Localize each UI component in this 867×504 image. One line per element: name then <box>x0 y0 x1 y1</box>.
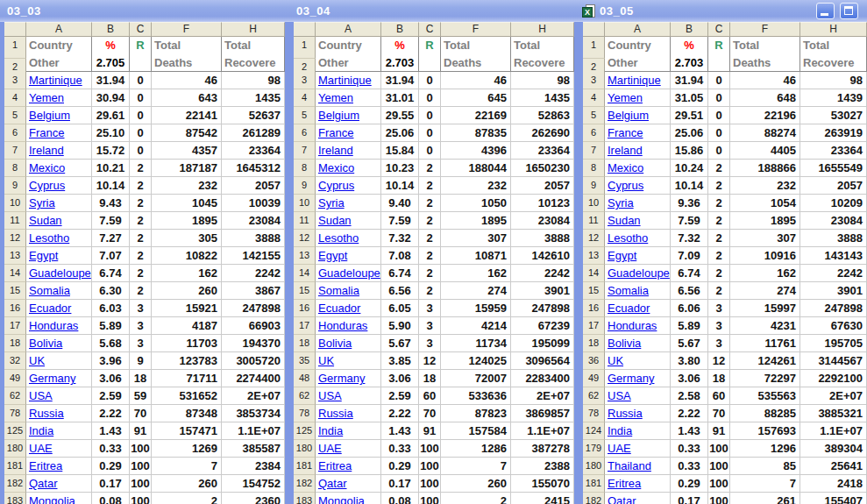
country-cell[interactable]: Syria <box>605 195 671 212</box>
country-cell[interactable]: Syria <box>26 195 92 212</box>
recovered-cell[interactable]: 23364 <box>511 142 574 160</box>
percent-cell[interactable]: 2.22 <box>671 405 708 422</box>
country-cell[interactable]: Bolivia <box>316 335 381 352</box>
country-link[interactable]: Martinique <box>29 74 82 87</box>
deaths-cell[interactable]: 10916 <box>730 247 800 265</box>
country-link[interactable]: Bolivia <box>608 337 641 350</box>
country-link[interactable]: Sudan <box>29 214 62 227</box>
row-number[interactable]: 62 <box>4 387 26 405</box>
percent-cell[interactable]: 25.10 <box>92 124 130 142</box>
r-cell[interactable]: 2 <box>708 212 730 230</box>
row-number[interactable]: 5 <box>583 107 605 124</box>
r-cell[interactable]: 0 <box>708 107 730 124</box>
country-link[interactable]: Thailand <box>608 459 651 472</box>
recovered-cell[interactable]: 1435 <box>511 89 574 107</box>
recovered-cell[interactable]: 2274400 <box>222 370 285 387</box>
country-cell[interactable]: Belgium <box>605 107 671 124</box>
row-number[interactable]: 11 <box>294 212 316 230</box>
country-link[interactable]: France <box>29 126 64 139</box>
country-link[interactable]: Yemen <box>318 91 353 104</box>
r-cell[interactable]: 3 <box>419 317 441 335</box>
country-link[interactable]: Egypt <box>608 249 636 262</box>
row-number[interactable]: 11 <box>583 212 605 230</box>
column-header-F[interactable]: F <box>441 22 511 37</box>
recovered-cell[interactable]: 23084 <box>511 212 574 230</box>
row-number[interactable]: 15 <box>583 282 605 300</box>
recovered-cell[interactable]: 261289 <box>222 124 285 142</box>
country-link[interactable]: Ecuador <box>318 302 360 315</box>
r-cell[interactable]: 91 <box>419 422 441 440</box>
country-cell[interactable]: UK <box>605 352 671 370</box>
country-link[interactable]: Germany <box>608 372 654 385</box>
row-number[interactable]: 182 <box>294 475 316 493</box>
recovered-cell[interactable]: 1.1E+07 <box>222 422 285 440</box>
country-link[interactable]: Egypt <box>29 249 58 262</box>
column-header-A[interactable]: A <box>605 22 671 37</box>
country-cell[interactable]: Honduras <box>316 317 381 335</box>
recovered-cell[interactable]: 98 <box>800 72 867 89</box>
country-link[interactable]: Martinique <box>318 74 372 87</box>
r-cell[interactable]: 2 <box>130 282 152 300</box>
country-cell[interactable]: Mexico <box>605 160 671 177</box>
deaths-cell[interactable]: 22169 <box>441 107 511 124</box>
r-cell[interactable]: 2 <box>130 212 152 230</box>
deaths-cell[interactable]: 187187 <box>152 160 222 177</box>
r-cell[interactable]: 12 <box>419 352 441 370</box>
recovered-cell[interactable]: 142610 <box>511 247 574 265</box>
recovered-cell[interactable]: 25641 <box>800 458 867 475</box>
row-number[interactable]: 32 <box>4 352 26 370</box>
deaths-cell[interactable]: 307 <box>730 230 800 247</box>
column-header-B[interactable]: B <box>671 22 708 37</box>
country-cell[interactable]: Sudan <box>316 212 381 230</box>
percent-cell[interactable]: 0.33 <box>92 440 130 458</box>
percent-cell[interactable]: 2.22 <box>381 405 419 422</box>
country-cell[interactable]: Ecuador <box>26 300 92 317</box>
recovered-cell[interactable]: 389304 <box>800 440 867 458</box>
recovered-cell[interactable]: 2E+07 <box>222 387 285 405</box>
country-link[interactable]: Yemen <box>608 91 643 104</box>
row-number[interactable]: 3 <box>583 72 605 89</box>
percent-cell[interactable]: 3.96 <box>92 352 130 370</box>
row-number[interactable]: 48 <box>294 370 316 387</box>
country-cell[interactable]: Thailand <box>605 458 671 475</box>
deaths-cell[interactable]: 4231 <box>730 317 800 335</box>
country-cell[interactable]: Eritrea <box>26 458 92 475</box>
row-number[interactable]: 183 <box>4 493 26 504</box>
country-cell[interactable]: Martinique <box>316 72 381 89</box>
r-cell[interactable]: 2 <box>708 160 730 177</box>
country-cell[interactable]: UAE <box>26 440 92 458</box>
column-header-A[interactable]: A <box>316 22 381 37</box>
r-cell[interactable]: 100 <box>130 493 152 504</box>
row-number[interactable]: 180 <box>4 440 26 458</box>
country-link[interactable]: Guadeloupe <box>29 266 91 280</box>
deaths-cell[interactable]: 188866 <box>730 160 800 177</box>
recovered-cell[interactable]: 66903 <box>222 317 285 335</box>
country-link[interactable]: Belgium <box>608 109 649 122</box>
row-number[interactable]: 180 <box>294 440 316 458</box>
country-link[interactable]: Sudan <box>318 214 352 227</box>
r-cell[interactable]: 3 <box>130 300 152 317</box>
deaths-cell[interactable]: 88274 <box>730 124 800 142</box>
r-cell[interactable]: 2 <box>130 230 152 247</box>
country-cell[interactable]: Ireland <box>605 142 671 160</box>
country-cell[interactable]: Lesotho <box>605 230 671 247</box>
percent-cell[interactable]: 6.56 <box>381 282 419 300</box>
deaths-cell[interactable]: 260 <box>441 475 511 493</box>
percent-cell[interactable]: 6.05 <box>381 300 419 317</box>
r-cell[interactable]: 60 <box>708 387 730 405</box>
percent-cell[interactable]: 31.01 <box>381 89 419 107</box>
country-cell[interactable]: Sudan <box>605 212 671 230</box>
percent-cell[interactable]: 10.23 <box>381 160 419 177</box>
percent-cell[interactable]: 5.67 <box>671 335 708 352</box>
row-number[interactable]: 12 <box>583 230 605 247</box>
recovered-cell[interactable]: 3096564 <box>511 352 574 370</box>
row-number[interactable]: 181 <box>4 458 26 475</box>
r-cell[interactable]: 2 <box>419 160 441 177</box>
country-link[interactable]: Qatar <box>318 477 347 490</box>
country-link[interactable]: Honduras <box>608 319 657 332</box>
r-cell[interactable]: 0 <box>130 72 152 89</box>
percent-cell[interactable]: 2.58 <box>671 387 708 405</box>
recovered-cell[interactable]: 52863 <box>511 107 574 124</box>
r-cell[interactable]: 91 <box>130 422 152 440</box>
r-cell[interactable]: 100 <box>419 440 441 458</box>
